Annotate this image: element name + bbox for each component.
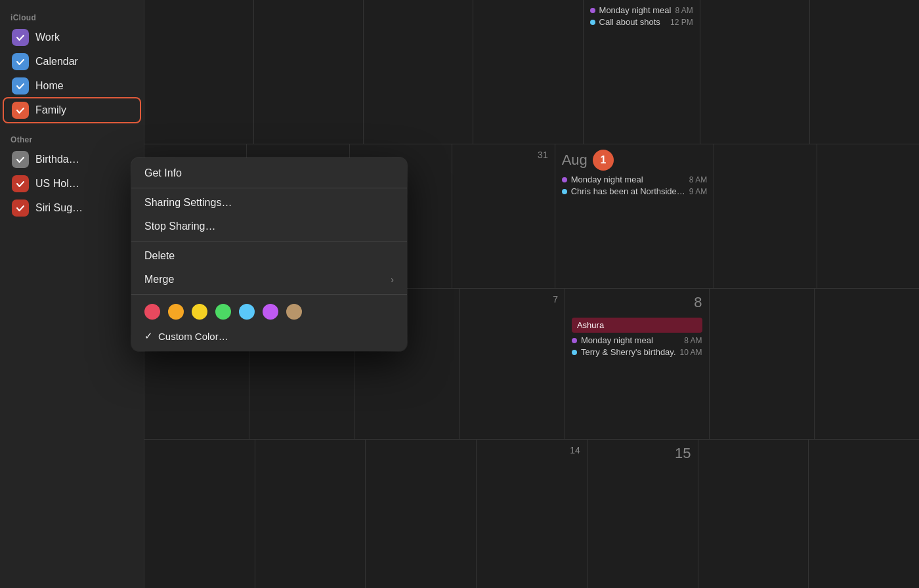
event-time: 8 AM — [689, 175, 707, 184]
calendar-row-4: 14 15 — [144, 440, 919, 588]
calendar-label: Calendar — [35, 56, 78, 68]
cell-r2c6 — [714, 144, 817, 288]
event-dot-blue — [562, 189, 567, 194]
us-holidays-label: US Hol… — [35, 178, 79, 190]
event-monday-night-2[interactable]: Monday night meal 8 AM — [562, 175, 708, 184]
home-label: Home — [35, 80, 64, 92]
cell-r3c5: 8 Ashura Monday night meal 8 AM Terry & … — [565, 289, 710, 439]
aug-date-header: Aug 1 — [562, 150, 708, 171]
event-time: 9 AM — [689, 187, 707, 196]
event-terry-sherry[interactable]: Terry & Sherry's birthday. 10 AM — [572, 347, 702, 357]
aug-1-badge: 1 — [593, 150, 614, 171]
separator-1 — [131, 188, 407, 188]
sidebar-item-birthdays[interactable]: Birthda… — [4, 148, 140, 171]
sidebar-item-siri-suggestions[interactable]: Siri Sug… — [4, 196, 140, 220]
color-orange[interactable] — [168, 304, 184, 320]
cell-r4c4: 14 — [477, 440, 588, 588]
event-text: Terry & Sherry's birthday. — [581, 347, 676, 357]
cell-r3c4: 7 — [460, 289, 565, 439]
color-picker-row — [131, 297, 407, 326]
color-blue[interactable] — [239, 304, 255, 320]
work-checkbox[interactable] — [12, 29, 29, 46]
date-14: 14 — [483, 445, 580, 455]
event-dot-purple — [562, 177, 567, 182]
context-menu: Get Info Sharing Settings… Stop Sharing…… — [131, 158, 407, 351]
event-time: 10 AM — [680, 348, 702, 357]
sidebar-item-calendar[interactable]: Calendar — [4, 50, 140, 74]
calendar-row-1: Monday night meal 8 AM Call about shots … — [144, 0, 919, 144]
sidebar-item-family[interactable]: Family — [4, 98, 140, 122]
context-menu-delete[interactable]: Delete — [131, 244, 407, 268]
cell-r1c7 — [810, 0, 919, 144]
event-dot-purple — [572, 338, 577, 343]
sidebar-item-work[interactable]: Work — [4, 26, 140, 49]
context-menu-sharing-settings[interactable]: Sharing Settings… — [131, 191, 407, 215]
cell-r1c3 — [364, 0, 473, 144]
event-ashura[interactable]: Ashura — [572, 318, 702, 333]
event-text: Monday night meal — [571, 175, 685, 184]
sidebar-item-us-holidays[interactable]: US Hol… — [4, 172, 140, 196]
us-holidays-checkbox[interactable] — [12, 175, 29, 192]
color-purple[interactable] — [263, 304, 278, 320]
event-dot-purple — [590, 8, 595, 13]
cell-r4c2 — [255, 440, 366, 588]
cell-r4c7 — [809, 440, 919, 588]
separator-3 — [131, 294, 407, 295]
calendar-checkbox[interactable] — [12, 53, 29, 70]
cell-r2c4: 31 — [452, 144, 555, 288]
cell-r2c5: Aug 1 Monday night meal 8 AM Chris has b… — [555, 144, 715, 288]
cell-r1c5: Monday night meal 8 AM Call about shots … — [584, 0, 700, 144]
sidebar: iCloud Work Calendar Home — [0, 0, 144, 588]
event-dot-blue — [590, 20, 595, 25]
color-green[interactable] — [215, 304, 231, 320]
date-8: 8 — [694, 294, 702, 311]
event-text: Chris has been at Northside… — [571, 186, 685, 196]
aug-month-label: Aug — [562, 152, 588, 169]
cell-r1c4 — [473, 0, 583, 144]
context-menu-custom-color[interactable]: ✓ Custom Color… — [131, 326, 407, 347]
merge-arrow-icon: › — [391, 274, 394, 285]
cell-r3c6 — [710, 289, 815, 439]
cell-r4c6 — [698, 440, 809, 588]
event-monday-night-3[interactable]: Monday night meal 8 AM — [572, 335, 702, 345]
context-menu-get-info[interactable]: Get Info — [131, 161, 407, 185]
event-text: Monday night meal — [599, 5, 672, 15]
separator-2 — [131, 241, 407, 242]
event-text: Call about shots — [599, 17, 667, 27]
birthdays-checkbox[interactable] — [12, 151, 29, 168]
icloud-section-label: iCloud — [0, 8, 144, 25]
event-dot-blue — [572, 350, 577, 355]
other-section-label: Other — [0, 130, 144, 147]
context-menu-overlay: Get Info Sharing Settings… Stop Sharing…… — [131, 158, 407, 351]
cell-r4c1 — [144, 440, 255, 588]
family-checkbox[interactable] — [12, 102, 29, 119]
event-time: 8 AM — [675, 6, 693, 15]
siri-checkbox[interactable] — [12, 200, 29, 217]
color-tan[interactable] — [286, 304, 302, 320]
color-yellow[interactable] — [192, 304, 207, 320]
work-label: Work — [35, 32, 60, 43]
event-time: 12 PM — [670, 18, 693, 27]
context-menu-stop-sharing[interactable]: Stop Sharing… — [131, 215, 407, 238]
cell-r1c2 — [254, 0, 364, 144]
cell-r1c6 — [700, 0, 810, 144]
home-checkbox[interactable] — [12, 77, 29, 94]
cell-r1c1 — [144, 0, 254, 144]
event-monday-night-1[interactable]: Monday night meal 8 AM — [590, 5, 693, 15]
event-time: 8 AM — [684, 336, 702, 345]
birthdays-label: Birthda… — [35, 154, 79, 165]
family-label: Family — [35, 104, 66, 116]
date-7: 7 — [467, 294, 558, 304]
date-15: 15 — [675, 445, 691, 461]
event-call-shots[interactable]: Call about shots 12 PM — [590, 17, 693, 27]
cell-r4c3 — [366, 440, 477, 588]
context-menu-merge[interactable]: Merge › — [131, 268, 407, 291]
event-chris-northside[interactable]: Chris has been at Northside… 9 AM — [562, 186, 708, 196]
cell-r4c5: 15 — [588, 440, 698, 588]
color-red[interactable] — [144, 304, 160, 320]
cell-r2c7 — [817, 144, 919, 288]
custom-color-checkmark: ✓ — [144, 330, 153, 342]
event-text: Monday night meal — [581, 335, 680, 345]
sidebar-item-home[interactable]: Home — [4, 74, 140, 98]
date-31: 31 — [459, 150, 547, 160]
